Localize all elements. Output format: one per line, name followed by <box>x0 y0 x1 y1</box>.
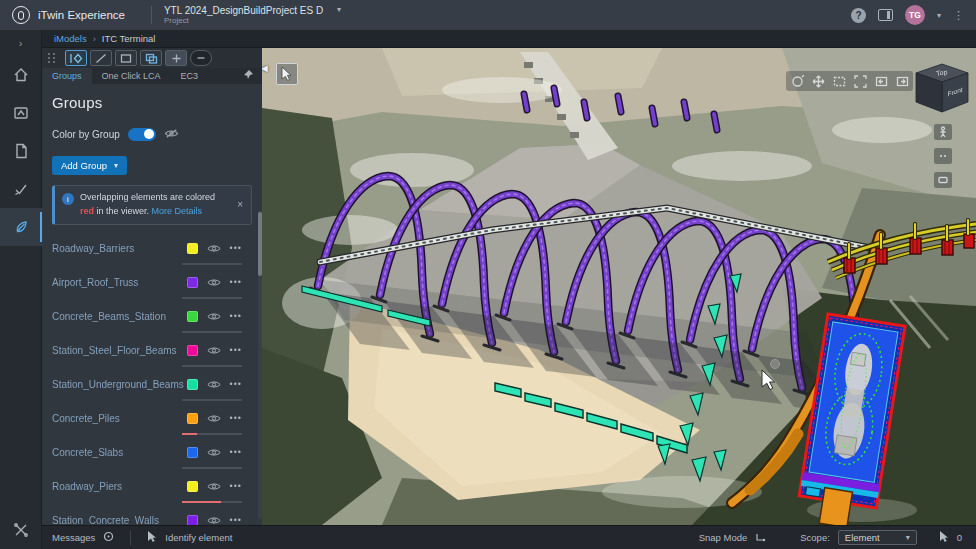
chevron-down-icon[interactable]: ▾ <box>937 11 941 20</box>
group-color-swatch[interactable] <box>187 481 198 492</box>
app-window: iTwin Experience YTL 2024_DesignBuildPro… <box>0 0 976 549</box>
itwin-logo-icon[interactable] <box>12 6 30 24</box>
pan-icon[interactable] <box>809 73 827 89</box>
group-name[interactable]: Airport_Roof_Truss <box>52 277 138 288</box>
next-view-icon[interactable] <box>893 73 911 89</box>
eye-icon[interactable] <box>207 307 221 325</box>
scope-select[interactable]: Element ▾ <box>838 530 917 545</box>
row-menu-icon[interactable]: ••• <box>230 277 242 287</box>
group-name[interactable]: Roadway_Piers <box>52 481 122 492</box>
orbit-icon[interactable] <box>788 73 806 89</box>
group-color-swatch[interactable] <box>187 379 198 390</box>
more-menu-icon[interactable]: ⋮ <box>953 9 964 22</box>
eye-icon[interactable] <box>207 341 221 359</box>
color-by-group-toggle[interactable] <box>128 128 156 141</box>
viewer-select-tool-active[interactable] <box>276 63 298 85</box>
pin-icon[interactable] <box>243 66 262 84</box>
group-name[interactable]: Station_Steel_Floor_Beams <box>52 345 177 356</box>
zoom-window-icon[interactable] <box>830 73 848 89</box>
project-switcher[interactable]: YTL 2024_DesignBuildProject ES D ▾ Proje… <box>164 5 341 26</box>
eye-off-icon[interactable] <box>164 125 179 143</box>
group-row[interactable]: Concrete_Beams_Station ••• <box>52 299 252 333</box>
eye-icon[interactable] <box>207 409 221 427</box>
close-icon[interactable]: × <box>235 199 245 210</box>
group-name[interactable]: Concrete_Piles <box>52 413 120 424</box>
group-row[interactable]: Roadway_Barriers ••• <box>52 231 252 265</box>
eye-icon[interactable] <box>207 511 221 525</box>
row-menu-icon[interactable]: ••• <box>230 311 242 321</box>
hide-tool[interactable] <box>190 50 212 66</box>
previous-view-icon[interactable] <box>872 73 890 89</box>
panel-scrollbar[interactable] <box>258 210 262 519</box>
group-row[interactable]: Station_Steel_Floor_Beams ••• <box>52 333 252 367</box>
row-menu-icon[interactable]: ••• <box>230 243 242 253</box>
select-element-tool[interactable] <box>65 50 87 66</box>
more-details-link[interactable]: More Details <box>152 206 203 216</box>
viewer-canvas[interactable] <box>262 48 976 525</box>
group-color-swatch[interactable] <box>187 413 198 424</box>
group-row[interactable]: Concrete_Slabs ••• <box>52 435 252 469</box>
sidebar-item-documents[interactable] <box>0 132 42 170</box>
eye-icon[interactable] <box>207 477 221 495</box>
line-icon <box>95 53 107 64</box>
tab-ec3[interactable]: EC3 <box>171 68 209 84</box>
row-menu-icon[interactable]: ••• <box>230 379 242 389</box>
group-row[interactable]: Roadway_Piers ••• <box>52 469 252 503</box>
tab-one-click-lca[interactable]: One Click LCA <box>92 68 171 84</box>
group-color-swatch[interactable] <box>187 515 198 526</box>
group-name[interactable]: Concrete_Beams_Station <box>52 311 166 322</box>
viewer-3d[interactable]: ◄ Top Front <box>262 48 976 525</box>
group-color-swatch[interactable] <box>187 277 198 288</box>
breadcrumb-imodels[interactable]: iModels <box>54 33 87 44</box>
help-icon[interactable]: ? <box>851 8 866 23</box>
row-menu-icon[interactable]: ••• <box>230 447 242 457</box>
show-all-tool[interactable] <box>165 50 187 66</box>
fit-view-icon[interactable] <box>851 73 869 89</box>
eye-icon[interactable] <box>207 375 221 393</box>
sidebar-item-tools[interactable] <box>0 511 42 549</box>
sidebar-item-validation[interactable] <box>0 170 42 208</box>
group-name[interactable]: Roadway_Barriers <box>52 243 134 254</box>
sidebar-item-home[interactable] <box>0 56 42 94</box>
panel-toggle-icon[interactable] <box>878 9 893 21</box>
isolate-selection-tool[interactable] <box>140 50 162 66</box>
add-group-button[interactable]: Add Group▾ <box>52 156 127 175</box>
group-color-swatch[interactable] <box>187 345 198 356</box>
rectangle-tool[interactable] <box>115 50 137 66</box>
notifications-icon[interactable] <box>103 531 114 544</box>
snap-mode-icon[interactable] <box>755 532 766 544</box>
group-color-swatch[interactable] <box>187 243 198 254</box>
snap-mode-label[interactable]: Snap Mode <box>699 532 748 543</box>
sidebar-item-carbon[interactable] <box>0 208 42 246</box>
navigation-cube[interactable]: Top Front <box>912 60 972 120</box>
group-name[interactable]: Station_Underground_Beams <box>52 379 184 390</box>
group-color-swatch[interactable] <box>187 311 198 322</box>
eye-icon[interactable] <box>207 273 221 291</box>
group-color-swatch[interactable] <box>187 447 198 458</box>
row-menu-icon[interactable]: ••• <box>230 515 242 525</box>
drag-handle-icon[interactable] <box>48 53 56 63</box>
sidebar-expand-button[interactable]: › <box>0 30 42 56</box>
section-tool-icon[interactable] <box>934 172 952 188</box>
group-row[interactable]: Station_Underground_Beams ••• <box>52 367 252 401</box>
zoom-buttons-icon[interactable] <box>934 148 952 164</box>
row-menu-icon[interactable]: ••• <box>230 413 242 423</box>
messages-label[interactable]: Messages <box>52 532 95 543</box>
avatar[interactable]: TG <box>905 5 925 25</box>
walk-icon[interactable] <box>934 124 952 140</box>
eye-icon[interactable] <box>207 239 221 257</box>
sidebar-item-issues[interactable] <box>0 94 42 132</box>
identify-element-label[interactable]: Identify element <box>165 532 232 543</box>
row-menu-icon[interactable]: ••• <box>230 345 242 355</box>
row-menu-icon[interactable]: ••• <box>230 481 242 491</box>
line-tool[interactable] <box>90 50 112 66</box>
group-row[interactable]: Station_Concrete_Walls ••• <box>52 503 252 525</box>
tab-groups[interactable]: Groups <box>42 68 92 84</box>
group-name[interactable]: Concrete_Slabs <box>52 447 123 458</box>
group-row[interactable]: Concrete_Piles ••• <box>52 401 252 435</box>
group-row[interactable]: Airport_Roof_Truss ••• <box>52 265 252 299</box>
scope-value: Element <box>845 532 880 543</box>
panel-tabs: Groups One Click LCA EC3 <box>42 68 262 84</box>
group-name[interactable]: Station_Concrete_Walls <box>52 515 159 526</box>
eye-icon[interactable] <box>207 443 221 461</box>
